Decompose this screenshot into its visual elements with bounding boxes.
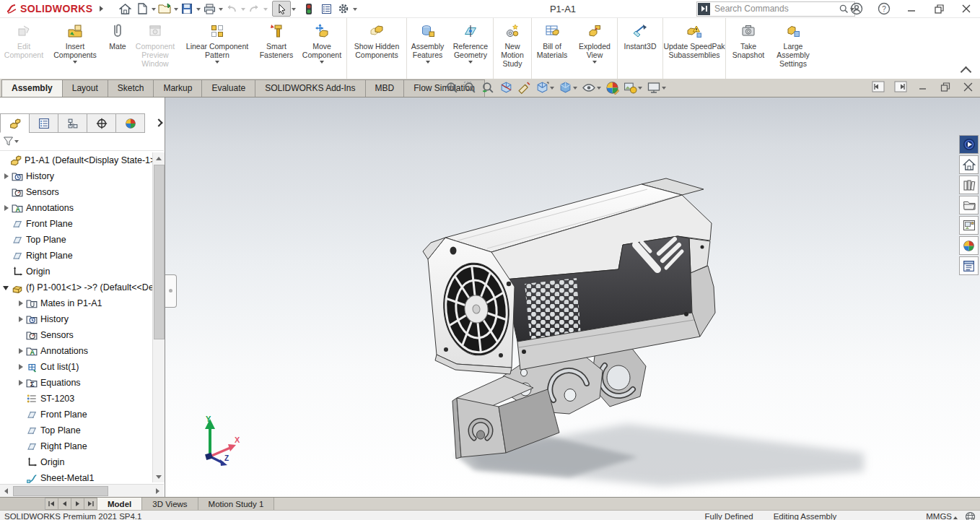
tree-item-right-plane[interactable]: Right Plane — [0, 248, 153, 264]
zoom-to-area-icon[interactable] — [462, 80, 478, 95]
first-tab-icon[interactable] — [45, 498, 58, 510]
move-component-button[interactable]: Move Component — [297, 18, 346, 79]
display-style-icon[interactable] — [557, 80, 579, 95]
sheet-tab-model[interactable]: Model — [97, 498, 142, 510]
dynamic-annotation-views-icon[interactable] — [516, 80, 533, 95]
scrollbar-thumb[interactable] — [13, 486, 108, 496]
insert-components-dropdown-icon[interactable] — [73, 61, 77, 66]
previous-view-icon[interactable] — [480, 80, 496, 95]
scroll-right-icon[interactable] — [152, 485, 164, 497]
last-tab-icon[interactable] — [84, 498, 97, 510]
logo-expand-arrow-icon[interactable] — [100, 6, 106, 12]
previous-tab-icon[interactable] — [58, 498, 71, 510]
smart-fasteners-button[interactable]: Smart Fasteners — [255, 18, 297, 79]
scrollbar-thumb[interactable] — [154, 165, 165, 339]
tree-item-origin[interactable]: Origin — [0, 264, 153, 280]
view-settings-icon[interactable] — [645, 80, 668, 95]
tree-item-equations[interactable]: Equations — [0, 375, 153, 391]
tree-horizontal-scrollbar[interactable] — [0, 484, 164, 497]
exploded-view-dropdown-icon[interactable] — [592, 61, 597, 66]
filter-dropdown-icon[interactable] — [14, 140, 19, 145]
split-pane-right-icon[interactable] — [893, 80, 909, 93]
options-dropdown-icon[interactable] — [353, 8, 357, 13]
minimize-document-icon[interactable] — [915, 80, 931, 93]
appearances-scenes-icon[interactable] — [959, 236, 979, 255]
tree-item-top-plane-2[interactable]: Top Plane — [0, 422, 153, 438]
tree-item-material[interactable]: ST-1203 — [0, 391, 153, 407]
model-camera-assembly[interactable] — [165, 98, 980, 497]
hide-show-items-icon[interactable] — [580, 80, 603, 95]
new-document-icon[interactable] — [134, 1, 151, 16]
scroll-down-icon[interactable] — [153, 472, 164, 482]
select-cursor-icon[interactable] — [272, 1, 291, 17]
units-selector[interactable]: MMGS — [926, 512, 952, 520]
section-view-icon[interactable] — [498, 80, 515, 95]
redo-dropdown-icon[interactable] — [263, 8, 268, 13]
tree-item-history-2[interactable]: History — [0, 311, 153, 327]
reference-geometry-button[interactable]: Reference Geometry — [448, 18, 493, 79]
view-palette-icon[interactable] — [959, 216, 979, 235]
sheet-tab-motion-study-1[interactable]: Motion Study 1 — [198, 498, 275, 510]
solidworks-resources-home-icon[interactable] — [959, 155, 979, 174]
instant3d-button[interactable]: Instant3D — [618, 18, 662, 79]
panel-flyout-icon[interactable] — [153, 115, 164, 131]
propertymanager-tab-icon[interactable] — [29, 113, 58, 133]
search-input[interactable] — [713, 3, 839, 14]
mate-button[interactable]: Mate — [104, 18, 131, 79]
split-pane-left-icon[interactable] — [870, 80, 886, 93]
scroll-left-icon[interactable] — [0, 485, 12, 497]
tree-item-top-plane[interactable]: Top Plane — [0, 232, 153, 248]
ribbon-collapse-icon[interactable] — [961, 66, 972, 78]
app-logo[interactable]: SOLIDWORKS — [0, 3, 112, 14]
file-explorer-icon[interactable] — [959, 196, 979, 214]
print-icon[interactable] — [201, 1, 218, 16]
edit-component-button[interactable]: Edit Component — [1, 18, 46, 79]
tab-assembly[interactable]: Assembly — [1, 79, 63, 97]
zoom-to-fit-icon[interactable] — [444, 80, 460, 95]
apply-scene-icon[interactable] — [622, 80, 644, 95]
expand-icon[interactable] — [17, 300, 25, 307]
expand-icon[interactable] — [3, 173, 10, 180]
view-orientation-icon[interactable] — [534, 80, 556, 95]
tab-markup[interactable]: Markup — [153, 79, 202, 97]
panel-splitter-handle[interactable] — [165, 274, 177, 308]
tab-sketch[interactable]: Sketch — [108, 79, 154, 97]
component-preview-window-button[interactable]: Component Preview Window — [131, 18, 179, 79]
bill-of-materials-button[interactable]: Bill of Materials — [532, 18, 572, 79]
large-assembly-settings-button[interactable]: Large Assembly Settings — [771, 18, 815, 79]
edit-appearance-icon[interactable] — [604, 80, 621, 95]
minimize-icon[interactable] — [901, 1, 922, 17]
expand-icon[interactable] — [17, 363, 25, 370]
sheet-tab-3d-views[interactable]: 3D Views — [142, 498, 198, 510]
collapse-icon[interactable] — [3, 284, 10, 291]
undo-icon[interactable] — [223, 1, 240, 16]
file-properties-icon[interactable] — [318, 1, 335, 16]
linear-component-pattern-button[interactable]: Linear Component Pattern — [179, 18, 255, 79]
tree-item-origin-2[interactable]: Origin — [0, 454, 153, 470]
filter-icon[interactable] — [3, 136, 14, 147]
design-library-icon[interactable] — [959, 176, 979, 194]
units-dropdown-icon[interactable] — [953, 514, 958, 519]
insert-components-button[interactable]: Insert Components — [46, 18, 104, 79]
new-motion-study-button[interactable]: New Motion Study — [494, 18, 531, 79]
tree-item-annotations-2[interactable]: Annotations — [0, 343, 153, 359]
linear-pattern-dropdown-icon[interactable] — [215, 61, 219, 66]
assembly-features-button[interactable]: Assembly Features — [407, 18, 448, 79]
tree-item-history[interactable]: History — [0, 168, 153, 184]
tree-item-cut-list[interactable]: Cut list(1) — [0, 359, 153, 375]
tree-item-mates[interactable]: Mates in P1-A1 — [0, 295, 153, 311]
home-icon[interactable] — [116, 1, 134, 16]
tree-item-sensors[interactable]: Sensors — [0, 184, 153, 200]
save-icon[interactable] — [178, 1, 196, 16]
take-snapshot-button[interactable]: Take Snapshot — [726, 18, 771, 79]
tree-item-front-plane-2[interactable]: Front Plane — [0, 407, 153, 422]
login-icon[interactable] — [846, 1, 867, 17]
reference-geometry-dropdown-icon[interactable] — [468, 61, 473, 66]
tree-item-sensors-2[interactable]: Sensors — [0, 327, 153, 343]
close-icon[interactable] — [955, 1, 977, 17]
displaymanager-tab-icon[interactable] — [115, 113, 145, 133]
tree-item-annotations[interactable]: Annotations — [0, 200, 153, 216]
featuremanager-tab-icon[interactable] — [0, 113, 30, 133]
tree-item-right-plane-2[interactable]: Right Plane — [0, 438, 153, 454]
assembly-features-dropdown-icon[interactable] — [426, 61, 430, 66]
